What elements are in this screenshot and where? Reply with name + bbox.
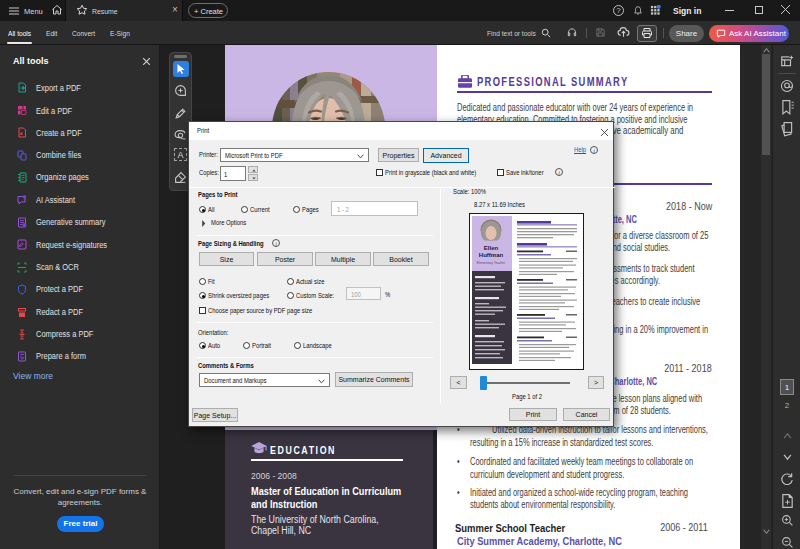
svg-text:Ellen: Ellen [484, 245, 499, 251]
svg-text:A: A [20, 131, 23, 136]
svg-text:Huffman: Huffman [479, 252, 504, 258]
svg-text:Elementary Teacher: Elementary Teacher [477, 261, 506, 265]
